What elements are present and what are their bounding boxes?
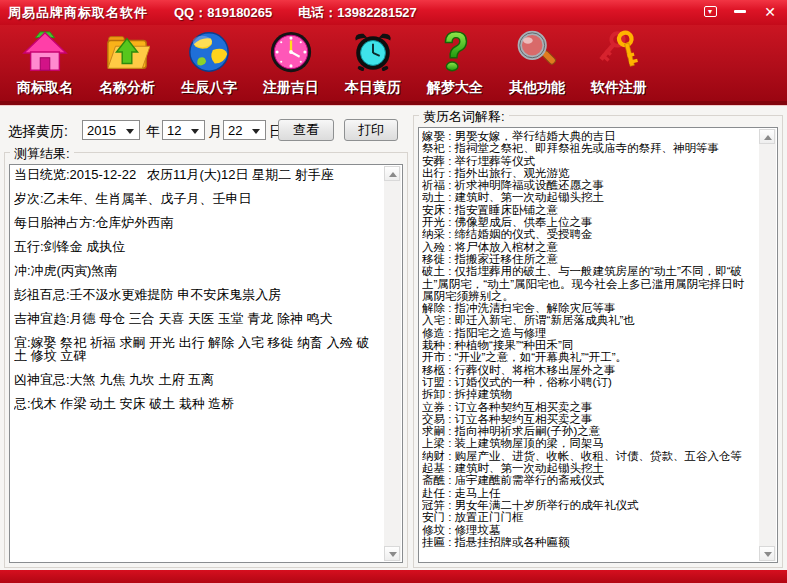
glossary-term: 出行	[422, 167, 445, 179]
results-groupbox: 测算结果: 当日统览:2015-12-22 农历11月(大)12日 星期二 射手…	[4, 152, 408, 568]
glossary-entry: 出行 : 指外出旅行、观光游览	[422, 167, 755, 179]
glossary-entry: 动土 : 建筑时、第一次动起锄头挖土	[422, 191, 755, 203]
glossary-definition: 订婚仪式的一种，俗称小聘(订)	[455, 376, 612, 388]
scroll-down-button[interactable]	[759, 546, 775, 561]
glossary-entry: 上梁 : 装上建筑物屋顶的梁，同架马	[422, 437, 755, 449]
glossary-term: 订盟	[422, 376, 445, 388]
day-select[interactable]: 22	[223, 120, 266, 140]
toolbar-item-name-analysis[interactable]: 名称分析	[86, 27, 168, 101]
triangle-up-icon	[764, 135, 772, 140]
glossary-definition: 将尸体放入棺材之意	[455, 241, 559, 253]
glossary-term: 修坟	[422, 524, 445, 536]
results-title: 测算结果:	[10, 145, 74, 163]
glossary-definition: 走马上任	[455, 487, 501, 499]
toolbar-item-dream-dictionary[interactable]: 解梦大全	[414, 27, 496, 101]
glossary-term: 上梁	[422, 437, 445, 449]
glossary-separator: :	[445, 351, 455, 363]
glossary-separator: :	[445, 191, 455, 203]
glossary-term: 安床	[422, 204, 445, 216]
result-line: 吉神宜趋:月德 母仓 三合 天喜 天医 玉堂 青龙 除神 鸣犬	[14, 312, 380, 325]
glossary-entry: 修坟 : 修理坟墓	[422, 524, 755, 536]
glossary-term: 移徙	[422, 253, 445, 265]
globe-icon	[184, 27, 234, 77]
toolbar-label: 名称分析	[99, 79, 155, 97]
glossary-definition: 指冲洗清扫宅舍、解除灾厄等事	[455, 302, 616, 314]
phone-contact: 电话：13982281527	[298, 4, 417, 22]
glossary-separator: :	[445, 302, 455, 314]
scroll-up-button[interactable]	[759, 129, 775, 144]
close-button[interactable]: ✕	[759, 3, 781, 20]
toolbar-item-bazi[interactable]: 生辰八字	[168, 27, 250, 101]
scroll-down-button[interactable]	[384, 546, 400, 561]
month-select[interactable]: 12	[162, 120, 205, 140]
glossary-entry: 求嗣 : 指向神明祈求后嗣(子孙)之意	[422, 425, 755, 437]
result-line: 五行:剑锋金 成执位	[14, 240, 380, 253]
results-textbox[interactable]: 当日统览:2015-12-22 农历11月(大)12日 星期二 射手座岁次:乙未…	[9, 164, 403, 563]
toolbar: 商标取名 名称分析	[0, 25, 787, 101]
qq-contact: QQ：819180265	[174, 4, 272, 22]
glossary-textbox[interactable]: 嫁娶 : 男娶女嫁，举行结婚大典的吉日祭祀 : 指祠堂之祭祀、即拜祭祖先或庙寺的…	[418, 127, 778, 563]
glossary-definition: 男女年满二十岁所举行的成年礼仪式	[455, 499, 639, 511]
glossary-text: 嫁娶 : 男娶女嫁，举行结婚大典的吉日祭祀 : 指祠堂之祭祀、即拜祭祖先或庙寺的…	[422, 130, 755, 560]
glossary-separator: :	[445, 364, 455, 376]
tray-button[interactable]: ▾	[699, 3, 721, 20]
results-scrollbar[interactable]	[384, 166, 401, 561]
glossary-term: 纳财	[422, 450, 445, 462]
glossary-entry: 移柩 : 行葬仪时、将棺木移出屋外之事	[422, 364, 755, 376]
toolbar-item-daily-almanac[interactable]: 本日黄历	[332, 27, 414, 101]
glossary-definition: 缔结婚姻的仪式、受授聘金	[455, 228, 593, 240]
minimize-button[interactable]	[729, 3, 751, 20]
glossary-entry: 祭祀 : 指祠堂之祭祀、即拜祭祖先或庙寺的祭拜、神明等事	[422, 142, 755, 154]
toolbar-item-software-register[interactable]: 软件注册	[578, 27, 660, 101]
glossary-term: 入宅	[422, 314, 445, 326]
glossary-definition: 指安置睡床卧铺之意	[455, 204, 559, 216]
glossary-term: 立券	[422, 401, 445, 413]
toolbar-label: 解梦大全	[427, 79, 483, 97]
toolbar-item-registration-date[interactable]: 注册吉日	[250, 27, 332, 101]
glossary-entry: 解除 : 指冲洗清扫宅舍、解除灾厄等事	[422, 302, 755, 314]
glossary-separator: :	[445, 216, 455, 228]
glossary-entry: 订盟 : 订婚仪式的一种，俗称小聘(订)	[422, 376, 755, 388]
toolbar-label: 软件注册	[591, 79, 647, 97]
glossary-term: 栽种	[422, 339, 445, 351]
glossary-term: 祭祀	[422, 142, 445, 154]
result-line: 冲:冲虎(丙寅)煞南	[14, 264, 380, 277]
glossary-entry: 安门 : 放置正门门框	[422, 511, 755, 523]
scroll-up-button[interactable]	[384, 166, 400, 181]
triangle-up-icon	[389, 172, 397, 177]
glossary-entry: 挂匾 : 指悬挂招牌或各种匾额	[422, 536, 755, 548]
year-select[interactable]: 2015	[82, 120, 140, 140]
glossary-separator: :	[445, 142, 455, 154]
glossary-separator: :	[445, 179, 455, 191]
glossary-definition: 举行埋葬等仪式	[455, 155, 536, 167]
glossary-separator: :	[445, 487, 455, 499]
toolbar-item-other-functions[interactable]: 其他功能	[496, 27, 578, 101]
print-button[interactable]: 打印	[344, 119, 398, 141]
result-line: 每日胎神占方:仓库炉外西南	[14, 216, 380, 229]
glossary-separator: :	[445, 155, 455, 167]
triangle-down-icon	[389, 552, 397, 557]
glossary-definition: 装上建筑物屋顶的梁，同架马	[455, 437, 605, 449]
view-button[interactable]: 查看	[278, 119, 334, 141]
month-unit-label: 月	[208, 123, 222, 141]
glossary-term: 开光	[422, 216, 445, 228]
glossary-entry: 安床 : 指安置睡床卧铺之意	[422, 204, 755, 216]
result-line: 凶神宜忌:大煞 九焦 九坎 土府 五离	[14, 373, 380, 386]
month-value: 12	[167, 123, 181, 138]
glossary-term: 纳采	[422, 228, 445, 240]
glossary-entry: 入殓 : 将尸体放入棺材之意	[422, 241, 755, 253]
glossary-scrollbar[interactable]	[759, 129, 776, 561]
glossary-entry: 纳财 : 购屋产业、进货、收帐、收租、讨债、贷款、五谷入仓等	[422, 450, 755, 462]
glossary-term: 起基	[422, 462, 445, 474]
glossary-definition: 佛像塑成后、供奉上位之事	[455, 216, 593, 228]
glossary-term: 挂匾	[422, 536, 445, 548]
glossary-separator: :	[445, 462, 455, 474]
glossary-definition: 指悬挂招牌或各种匾额	[455, 536, 570, 548]
glossary-definition: 即迁入新宅、所谓“新居落成典礼”也	[455, 314, 635, 326]
glossary-separator: :	[445, 228, 455, 240]
clock-icon	[266, 27, 316, 77]
toolbar-item-trademark-naming[interactable]: 商标取名	[4, 27, 86, 101]
glossary-separator: :	[445, 130, 455, 142]
glossary-definition: 建筑时、第一次动起锄头挖土	[455, 462, 605, 474]
glossary-title: 黄历名词解释:	[419, 108, 509, 126]
